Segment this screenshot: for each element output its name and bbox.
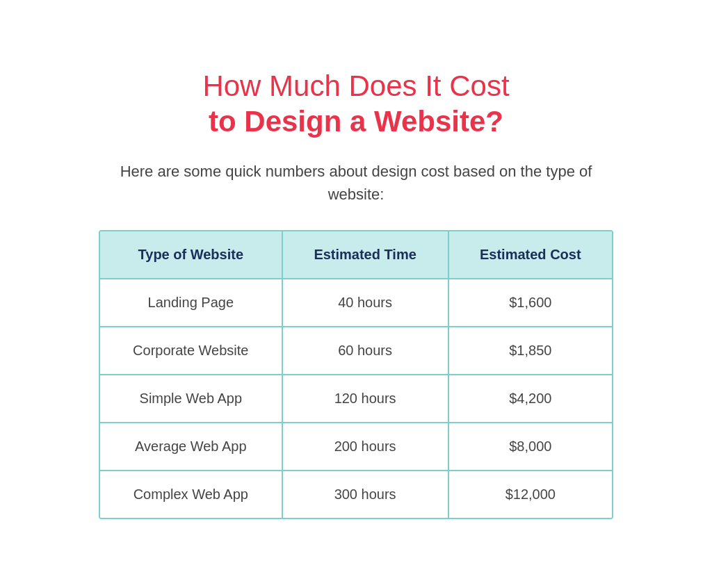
title-section: How Much Does It Cost to Design a Websit… <box>99 69 613 139</box>
table-row: Corporate Website60 hours$1,850 <box>100 327 612 375</box>
page-container: How Much Does It Cost to Design a Websit… <box>85 41 627 547</box>
pricing-table: Type of Website Estimated Time Estimated… <box>100 231 612 518</box>
title-line2: to Design a Website? <box>99 104 613 139</box>
cell-cost: $8,000 <box>448 423 612 471</box>
cell-time: 40 hours <box>282 279 448 327</box>
table-row: Average Web App200 hours$8,000 <box>100 423 612 471</box>
cell-type: Average Web App <box>100 423 282 471</box>
cell-cost: $4,200 <box>448 375 612 423</box>
col-header-cost: Estimated Cost <box>448 231 612 279</box>
cell-time: 60 hours <box>282 327 448 375</box>
title-line1: How Much Does It Cost <box>99 69 613 104</box>
table-row: Landing Page40 hours$1,600 <box>100 279 612 327</box>
col-header-time: Estimated Time <box>282 231 448 279</box>
table-row: Simple Web App120 hours$4,200 <box>100 375 612 423</box>
cell-time: 120 hours <box>282 375 448 423</box>
cell-cost: $1,600 <box>448 279 612 327</box>
cell-cost: $1,850 <box>448 327 612 375</box>
cell-cost: $12,000 <box>448 471 612 518</box>
cell-type: Landing Page <box>100 279 282 327</box>
pricing-table-wrapper: Type of Website Estimated Time Estimated… <box>99 230 613 519</box>
subtitle: Here are some quick numbers about design… <box>99 160 613 206</box>
cell-time: 200 hours <box>282 423 448 471</box>
cell-type: Complex Web App <box>100 471 282 518</box>
cell-type: Simple Web App <box>100 375 282 423</box>
cell-type: Corporate Website <box>100 327 282 375</box>
table-header-row: Type of Website Estimated Time Estimated… <box>100 231 612 279</box>
cell-time: 300 hours <box>282 471 448 518</box>
table-body: Landing Page40 hours$1,600Corporate Webs… <box>100 279 612 518</box>
table-row: Complex Web App300 hours$12,000 <box>100 471 612 518</box>
col-header-type: Type of Website <box>100 231 282 279</box>
